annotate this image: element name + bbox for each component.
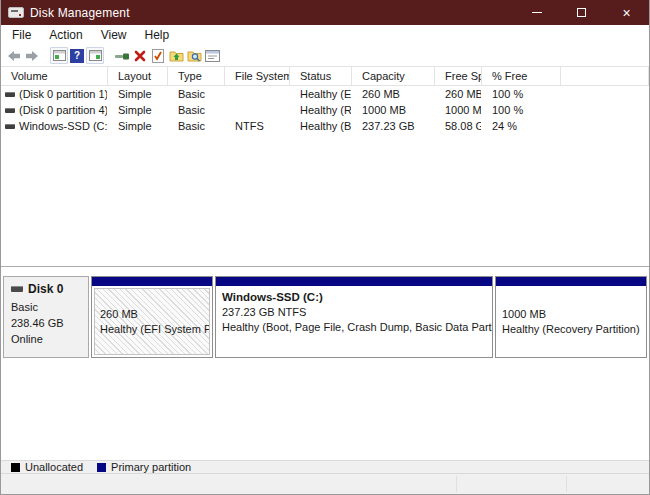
menu-action[interactable]: Action (40, 26, 91, 44)
volume-type: Basic (168, 103, 225, 118)
volume-type: Basic (168, 119, 225, 134)
menu-help[interactable]: Help (136, 26, 179, 44)
legend-label: Primary partition (111, 461, 191, 473)
legend-item-primary-partition: Primary partition (97, 461, 191, 473)
partition-color-bar (216, 277, 492, 286)
volume-name: Windows-SSD (C:) (19, 119, 108, 134)
close-button[interactable]: × (604, 0, 649, 25)
back-icon[interactable] (5, 47, 23, 64)
forward-icon[interactable] (23, 47, 41, 64)
disk-type: Basic (11, 299, 81, 315)
disk-management-app-icon (8, 6, 24, 19)
table-row[interactable]: Windows-SSD (C:) Simple Basic NTFS Healt… (1, 119, 649, 134)
disk-size: 238.46 GB (11, 315, 81, 331)
column-header-blank (561, 67, 649, 86)
volume-status: Healthy (B... (290, 119, 352, 134)
partition-color-bar (496, 277, 646, 286)
volume-type: Basic (168, 87, 225, 102)
disk-graphical-pane: Disk 0 Basic 238.46 GB Online 260 MB Hea… (1, 267, 649, 460)
volume-status: Healthy (R... (290, 103, 352, 118)
status-bar-separator (566, 476, 567, 492)
column-header-free-space[interactable]: Free Sp... (435, 67, 482, 86)
volume-pct-free: 100 % (482, 87, 561, 102)
delete-icon[interactable] (131, 47, 149, 64)
close-icon: × (622, 6, 630, 20)
volume-icon (5, 92, 15, 97)
volume-pct-free: 24 % (482, 119, 561, 134)
question-mark-glyph: ? (74, 50, 80, 61)
disk-icon (11, 286, 23, 292)
minimize-button[interactable] (514, 0, 559, 25)
volume-table-header: Volume Layout Type File System Status Ca… (1, 67, 649, 86)
volume-name: (Disk 0 partition 1) (19, 87, 108, 102)
legend-label: Unallocated (25, 461, 83, 473)
help-icon[interactable]: ? (68, 47, 86, 64)
legend-item-unallocated: Unallocated (11, 461, 83, 473)
disk-0-row: Disk 0 Basic 238.46 GB Online 260 MB Hea… (3, 276, 647, 358)
partition-size: 260 MB (100, 307, 204, 322)
folder-up-icon[interactable] (167, 47, 185, 64)
volume-free-space: 260 MB (435, 87, 482, 102)
partition-size: 1000 MB (502, 307, 640, 322)
column-header-type[interactable]: Type (168, 67, 225, 86)
action-pane-icon[interactable] (86, 47, 104, 64)
disk-status: Online (11, 331, 81, 347)
partition-size: 237.23 GB NTFS (222, 305, 486, 320)
partition-strip: 260 MB Healthy (EFI System Partiti Windo… (91, 276, 647, 358)
volume-layout: Simple (108, 103, 168, 118)
menu-file[interactable]: File (3, 26, 40, 44)
explore-icon[interactable] (185, 47, 203, 64)
volume-capacity: 237.23 GB (352, 119, 435, 134)
status-bar-separator (456, 476, 457, 492)
volume-layout: Simple (108, 87, 168, 102)
toolbar: ? (1, 45, 649, 66)
volume-free-space: 1000 MB (435, 103, 482, 118)
column-header-status[interactable]: Status (290, 67, 352, 86)
screwdriver-icon[interactable] (113, 47, 131, 64)
disk-management-window: Disk Management × File Action View Help … (0, 0, 650, 495)
table-row[interactable]: (Disk 0 partition 1) Simple Basic Health… (1, 87, 649, 102)
volume-file-system (225, 103, 290, 118)
partition-status: Healthy (EFI System Partiti (100, 322, 204, 337)
volume-icon (5, 124, 15, 129)
disk-0-header[interactable]: Disk 0 Basic 238.46 GB Online (3, 276, 89, 358)
volume-name: (Disk 0 partition 4) (19, 103, 108, 118)
volume-capacity: 260 MB (352, 87, 435, 102)
menu-view[interactable]: View (92, 26, 136, 44)
legend-bar: Unallocated Primary partition (1, 460, 649, 474)
maximize-button[interactable] (559, 0, 604, 25)
volume-file-system: NTFS (225, 119, 290, 134)
partition-status: Healthy (Recovery Partition) (502, 322, 640, 337)
volume-status: Healthy (E... (290, 87, 352, 102)
partition-efi[interactable]: 260 MB Healthy (EFI System Partiti (91, 276, 213, 358)
properties-icon[interactable] (203, 47, 221, 64)
check-document-icon[interactable] (149, 47, 167, 64)
column-header-file-system[interactable]: File System (225, 67, 290, 86)
volume-pct-free: 100 % (482, 103, 561, 118)
partition-status: Healthy (Boot, Page File, Crash Dump, Ba… (222, 320, 486, 335)
column-header-pct-free[interactable]: % Free (482, 67, 561, 86)
window-title: Disk Management (30, 6, 130, 20)
disk-name: Disk 0 (28, 282, 63, 296)
volume-layout: Simple (108, 119, 168, 134)
unallocated-swatch-icon (11, 463, 20, 472)
column-header-volume[interactable]: Volume (1, 67, 108, 86)
status-bar (1, 474, 649, 494)
volume-icon (5, 108, 15, 113)
volume-capacity: 1000 MB (352, 103, 435, 118)
table-row[interactable]: (Disk 0 partition 4) Simple Basic Health… (1, 103, 649, 118)
volume-file-system (225, 87, 290, 102)
menu-bar: File Action View Help (1, 25, 649, 45)
volume-free-space: 58.08 GB (435, 119, 482, 134)
primary-partition-swatch-icon (97, 463, 106, 472)
column-header-layout[interactable]: Layout (108, 67, 168, 86)
volume-list-pane: Volume Layout Type File System Status Ca… (1, 66, 649, 266)
column-header-capacity[interactable]: Capacity (352, 67, 435, 86)
partition-windows-ssd[interactable]: Windows-SSD (C:) 237.23 GB NTFS Healthy … (215, 276, 493, 358)
partition-recovery[interactable]: 1000 MB Healthy (Recovery Partition) (495, 276, 647, 358)
partition-color-bar (92, 277, 212, 286)
partition-title: Windows-SSD (C:) (222, 289, 486, 305)
console-tree-icon[interactable] (50, 47, 68, 64)
title-bar: Disk Management × (1, 0, 649, 25)
